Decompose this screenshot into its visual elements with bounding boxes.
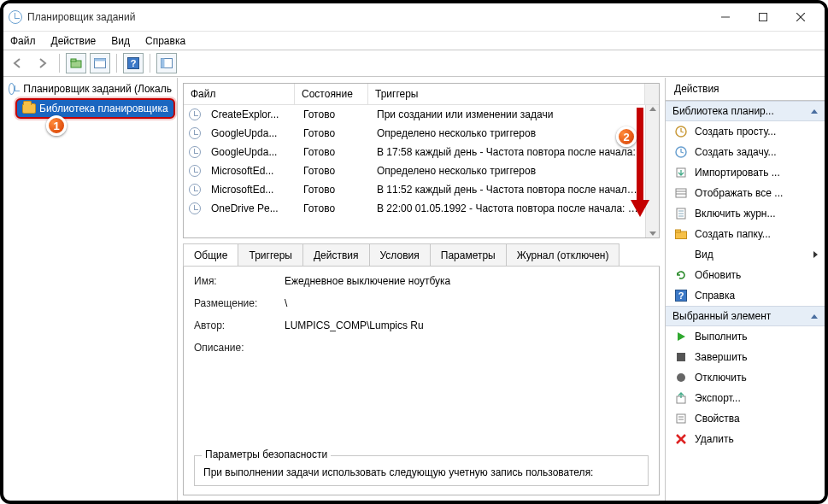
tree-root-label: Планировщик заданий (Локаль <box>23 83 172 95</box>
col-file[interactable]: Файл <box>184 84 295 104</box>
label-location: Размещение: <box>194 297 285 309</box>
action-label: Импортировать ... <box>695 167 780 179</box>
svg-rect-26 <box>677 353 685 361</box>
action-item[interactable]: Завершить <box>666 347 825 367</box>
action-icon <box>674 371 688 384</box>
task-list: Файл Состояние Триггеры CreateExplor...Г… <box>183 83 660 238</box>
scroll-down-icon[interactable] <box>649 231 656 236</box>
minimize-button[interactable] <box>707 5 744 29</box>
value-location: \ <box>285 297 649 309</box>
menu-action[interactable]: Действие <box>51 35 97 47</box>
task-row[interactable]: MicrosoftEd...ГотовоВ 11:52 каждый день … <box>184 180 645 199</box>
action-item[interactable]: Отображать все ... <box>666 183 825 203</box>
action-icon <box>674 145 688 159</box>
action-icon: ? <box>674 289 688 302</box>
action-item[interactable]: Включить журн... <box>666 203 825 224</box>
action-label: Обновить <box>695 269 741 281</box>
nav-forward-button[interactable] <box>32 53 53 73</box>
action-icon <box>674 330 688 343</box>
task-row[interactable]: CreateExplor...ГотовоПри создании или из… <box>184 105 645 124</box>
tab-general[interactable]: Общие <box>183 243 238 266</box>
value-author: LUMPICS_COMP\Lumpics Ru <box>285 319 649 331</box>
action-label: Создать просту... <box>695 126 776 138</box>
action-item[interactable]: Свойства <box>666 408 825 429</box>
scrollbar[interactable] <box>645 105 659 237</box>
toolbar-button-3[interactable] <box>156 53 177 73</box>
svg-rect-29 <box>677 414 685 423</box>
close-button[interactable] <box>782 5 819 29</box>
action-icon <box>674 432 688 446</box>
toolbar-button-2[interactable] <box>90 53 110 73</box>
task-row[interactable]: MicrosoftEd...ГотовоОпределено несколько… <box>184 161 645 180</box>
nav-back-button[interactable] <box>9 53 29 73</box>
task-row[interactable]: OneDrive Pe...ГотовоВ 22:00 01.05.1992 -… <box>184 199 645 218</box>
maximize-button[interactable] <box>744 5 782 29</box>
action-label: Включить журн... <box>695 208 776 220</box>
col-state[interactable]: Состояние <box>295 84 368 104</box>
action-icon <box>674 227 688 241</box>
svg-text:?: ? <box>131 58 137 68</box>
security-legend: Параметры безопасности <box>202 448 331 460</box>
scroll-up-icon[interactable] <box>649 107 656 111</box>
action-item[interactable]: Удалить <box>666 429 825 449</box>
action-item[interactable]: Выполнить <box>666 326 825 347</box>
menu-help[interactable]: Справка <box>145 35 185 47</box>
action-label: Экспорт... <box>695 392 741 404</box>
cell-trigger: При создании или изменении задачи <box>370 107 645 122</box>
tab-journal[interactable]: Журнал (отключен) <box>506 243 620 266</box>
action-icon <box>674 248 688 261</box>
action-item[interactable]: Экспорт... <box>666 388 825 408</box>
action-item[interactable]: Создать просту... <box>666 121 825 142</box>
help-button[interactable]: ? <box>123 53 144 73</box>
cell-trigger: В 22:00 01.05.1992 - Частота повтора пос… <box>370 201 645 216</box>
action-item[interactable]: Создать папку... <box>666 224 825 244</box>
actions-group-selected[interactable]: Выбранный элемент <box>666 306 825 326</box>
menubar: Файл Действие Вид Справка <box>3 31 825 50</box>
svg-rect-23 <box>676 230 681 232</box>
action-icon <box>674 350 688 364</box>
task-row[interactable]: GoogleUpda...ГотовоОпределено несколько … <box>184 124 645 143</box>
action-item[interactable]: Импортировать ... <box>666 162 825 183</box>
cell-file: GoogleUpda... <box>204 126 297 141</box>
action-icon <box>674 125 688 138</box>
task-icon <box>189 165 201 177</box>
task-row[interactable]: GoogleUpda...ГотовоВ 17:58 каждый день -… <box>184 143 645 161</box>
action-label: Удалить <box>695 433 734 445</box>
cell-state: Готово <box>297 201 370 216</box>
action-item[interactable]: Обновить <box>666 265 825 285</box>
menu-view[interactable]: Вид <box>111 35 130 47</box>
cell-trigger: Определено несколько триггеров <box>370 163 645 179</box>
task-icon <box>189 127 201 139</box>
tab-triggers[interactable]: Триггеры <box>238 243 303 266</box>
action-item[interactable]: Создать задачу... <box>666 142 825 162</box>
tab-params[interactable]: Параметры <box>430 243 507 266</box>
list-body[interactable]: CreateExplor...ГотовоПри создании или из… <box>184 105 645 237</box>
action-item[interactable]: ?Справка <box>666 285 825 306</box>
window-title: Планировщик заданий <box>27 11 135 23</box>
col-trigger[interactable]: Триггеры <box>368 84 645 104</box>
detail-tabs: Общие Триггеры Действия Условия Параметр… <box>183 243 660 267</box>
tree-library[interactable]: Библиотека планировщика <box>15 98 175 119</box>
toolbar-button-1[interactable] <box>66 53 86 73</box>
cell-state: Готово <box>297 107 370 122</box>
security-text: При выполнении задачи использовать следу… <box>203 466 639 478</box>
actions-group-library[interactable]: Библиотека планир... <box>666 101 825 121</box>
tree-root[interactable]: Планировщик заданий (Локаль <box>5 81 175 97</box>
svg-rect-5 <box>71 59 76 62</box>
cell-file: GoogleUpda... <box>204 144 297 160</box>
cell-state: Готово <box>297 144 370 160</box>
action-icon <box>674 186 688 200</box>
tab-actions[interactable]: Действия <box>302 243 370 266</box>
actions-group-library-label: Библиотека планир... <box>672 105 774 117</box>
cell-file: MicrosoftEd... <box>204 163 297 179</box>
security-fieldset: Параметры безопасности При выполнении за… <box>194 455 649 486</box>
scheduler-icon <box>9 83 15 95</box>
action-label: Завершить <box>695 351 748 363</box>
cell-trigger: В 11:52 каждый день - Частота повтора по… <box>370 182 645 197</box>
menu-file[interactable]: Файл <box>10 35 36 47</box>
tab-conditions[interactable]: Условия <box>369 243 431 266</box>
action-item[interactable]: Отключить <box>666 367 825 388</box>
svg-rect-7 <box>95 59 106 62</box>
svg-rect-15 <box>676 189 686 197</box>
action-item[interactable]: Вид <box>666 244 825 265</box>
